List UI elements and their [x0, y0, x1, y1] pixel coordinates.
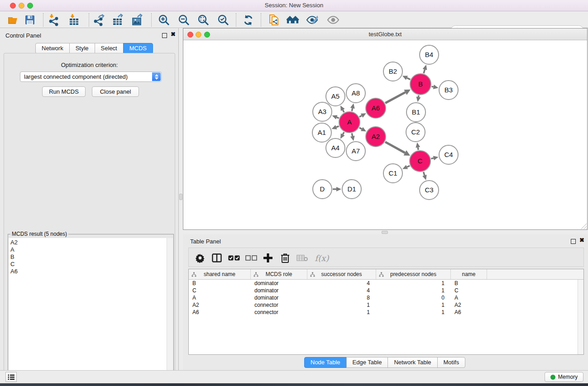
column-header-shared-name[interactable]: shared name — [189, 269, 251, 279]
edge-arrowhead-icon — [332, 125, 337, 129]
node-label-B1: B1 — [412, 108, 420, 116]
column-header-filler — [487, 269, 583, 279]
edge-A-A7[interactable] — [352, 133, 352, 136]
node-label-B: B — [418, 80, 423, 88]
tab-node-table[interactable]: Node Table — [304, 357, 347, 368]
edge-C-C4[interactable] — [431, 158, 433, 158]
tab-motifs[interactable]: Motifs — [437, 357, 466, 368]
add-column-icon[interactable] — [261, 251, 275, 265]
mcds-result-item[interactable]: A6 — [10, 268, 173, 275]
network-from-document-icon[interactable] — [268, 14, 281, 26]
table-row[interactable]: A6connector11A6 — [189, 309, 583, 316]
edge-A2-C[interactable] — [385, 142, 405, 153]
close-panel-button[interactable]: Close panel — [92, 86, 139, 97]
export-table-icon[interactable] — [112, 14, 124, 26]
home-layout-icon[interactable] — [287, 14, 299, 26]
save-session-icon[interactable] — [24, 14, 36, 26]
table-settings-gear-icon[interactable] — [193, 251, 207, 265]
float-panel-icon[interactable] — [162, 33, 167, 38]
table-cell: 1 — [307, 309, 376, 315]
edge-A-A8[interactable] — [352, 108, 352, 111]
table-body: Bdominator41BCdominator41CAdominator80AA… — [189, 280, 583, 316]
split-panel-icon[interactable] — [210, 251, 224, 265]
memory-status-icon — [550, 375, 555, 380]
desktop-background — [0, 383, 588, 386]
column-header-MCDS-role[interactable]: MCDS role — [251, 269, 307, 279]
table-scrollbar[interactable] — [578, 280, 583, 354]
table-tabs: Node TableEdge TableNetwork TableMotifs — [304, 357, 465, 368]
edge-B-B3[interactable] — [432, 86, 434, 87]
edge-B-B4[interactable] — [424, 70, 425, 73]
tab-select[interactable]: Select — [95, 43, 124, 54]
edge-B-B2[interactable] — [407, 78, 410, 79]
tab-style[interactable]: Style — [69, 43, 95, 54]
export-image-icon[interactable] — [131, 14, 144, 26]
table-row[interactable]: Adominator80A — [189, 294, 583, 301]
edge-C-C1[interactable] — [407, 166, 410, 167]
mcds-result-item[interactable]: B — [10, 253, 173, 261]
node-label-C2: C2 — [411, 128, 420, 136]
zoom-in-icon[interactable] — [158, 14, 170, 26]
show-panel-eye-icon[interactable] — [327, 14, 339, 26]
mcds-result-scrollbar[interactable] — [167, 238, 173, 386]
network-canvas[interactable]: B4B2BB3A8A5A6B1A3AA1C2A2A4A7C4CC1C3DD1 — [183, 40, 587, 229]
edge-C-C3[interactable] — [424, 172, 425, 176]
edge-arrowhead-icon — [416, 97, 421, 102]
float-table-panel-icon[interactable] — [571, 239, 576, 244]
mcds-result-item[interactable]: A2 — [10, 239, 173, 246]
deselect-all-columns-icon[interactable] — [244, 251, 258, 265]
vertical-splitter-grip[interactable] — [179, 194, 182, 200]
delete-table-icon[interactable] — [296, 251, 309, 265]
zoom-out-icon[interactable] — [177, 14, 190, 26]
import-table-icon[interactable] — [68, 14, 81, 26]
criterion-dropdown-value: largest connected component (directed) — [24, 73, 128, 80]
refresh-icon[interactable] — [242, 14, 254, 26]
run-mcds-button[interactable]: Run MCDS — [42, 86, 86, 97]
open-session-icon[interactable] — [7, 14, 20, 26]
close-table-panel-icon[interactable]: ✖ — [579, 237, 584, 243]
tab-edge-table[interactable]: Edge Table — [346, 357, 388, 368]
horizontal-splitter-grip[interactable] — [382, 231, 388, 234]
edge-A-A6[interactable] — [359, 116, 362, 117]
tab-network[interactable]: Network — [35, 43, 70, 54]
hide-panel-eye-pen-icon[interactable] — [306, 14, 319, 26]
table-cell: 1 — [376, 302, 451, 308]
export-network-icon[interactable] — [93, 14, 105, 26]
column-header-successor-nodes[interactable]: successor nodes — [307, 269, 376, 279]
table-row[interactable]: Cdominator41C — [189, 287, 583, 294]
import-network-icon[interactable] — [48, 14, 61, 26]
table-row[interactable]: Bdominator41B — [189, 280, 583, 287]
edge-A-A1[interactable] — [336, 126, 339, 127]
table-cell: B — [451, 280, 487, 286]
edge-A-A5[interactable] — [343, 110, 344, 112]
zoom-selected-icon[interactable] — [217, 14, 229, 26]
delete-columns-trash-icon[interactable] — [278, 251, 292, 265]
edge-A6-B[interactable] — [385, 92, 405, 103]
zoom-fit-icon[interactable] — [197, 14, 210, 26]
edge-A-A4[interactable] — [343, 132, 344, 134]
table-cell: 1 — [307, 302, 376, 308]
function-builder-icon[interactable]: f(x) — [312, 251, 332, 265]
memory-button[interactable]: Memory — [545, 372, 583, 382]
table-cell: B — [189, 280, 251, 286]
window-title: Session: New Session — [0, 2, 588, 9]
column-header-name[interactable]: name — [451, 269, 487, 279]
task-history-list-icon[interactable] — [5, 372, 17, 382]
table-row[interactable]: A2connector11A2 — [189, 301, 583, 309]
network-window-titlebar[interactable]: testGlobe.txt — [183, 29, 587, 40]
column-header-predecessor-nodes[interactable]: predecessor nodes — [376, 269, 451, 279]
edge-C-C2[interactable] — [418, 148, 418, 150]
mcds-result-item[interactable]: A — [10, 246, 173, 253]
edge-B-B1[interactable] — [418, 95, 419, 97]
close-panel-icon[interactable]: ✖ — [171, 31, 176, 38]
table-cell: A — [189, 295, 251, 301]
tab-mcds[interactable]: MCDS — [123, 43, 153, 54]
mcds-result-list[interactable]: A2ABCA6 — [9, 238, 173, 386]
select-all-columns-icon[interactable] — [227, 251, 241, 265]
criterion-dropdown[interactable]: largest connected component (directed) — [20, 71, 162, 82]
toolbar-separator — [43, 13, 43, 27]
mcds-result-item[interactable]: C — [10, 261, 173, 268]
tab-network-table[interactable]: Network Table — [387, 357, 437, 368]
edge-A-A2[interactable] — [359, 128, 362, 129]
edge-A-A3[interactable] — [337, 117, 339, 118]
